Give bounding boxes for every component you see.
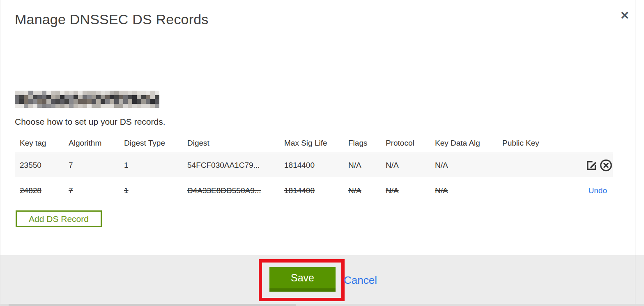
cell-max-sig-life: 1814400 xyxy=(284,161,315,170)
redacted-pixel xyxy=(46,104,51,108)
redacted-pixel xyxy=(60,91,64,95)
redacted-pixel xyxy=(114,95,119,100)
delete-icon[interactable] xyxy=(599,158,613,172)
redacted-domain-name xyxy=(15,91,159,108)
redacted-pixel xyxy=(150,91,155,95)
page-title: Manage DNSSEC DS Records xyxy=(15,11,209,27)
redacted-pixel xyxy=(64,91,69,95)
redacted-pixel xyxy=(28,95,33,100)
redacted-pixel xyxy=(51,99,55,104)
redacted-pixel xyxy=(78,95,83,100)
redacted-pixel xyxy=(137,104,141,108)
redacted-pixel xyxy=(83,104,87,108)
redacted-pixel xyxy=(42,104,46,108)
cell-protocol: N/A xyxy=(386,161,399,170)
redacted-pixel xyxy=(119,99,123,104)
redacted-pixel xyxy=(28,91,33,95)
redacted-pixel xyxy=(69,95,74,100)
redacted-pixel xyxy=(19,95,24,100)
redacted-pixel xyxy=(78,99,83,104)
redacted-pixel xyxy=(128,95,132,100)
redacted-pixel xyxy=(150,99,155,104)
page-behind-sliver-dark xyxy=(9,304,296,306)
cell-key-data-alg: N/A xyxy=(435,161,448,170)
redacted-pixel xyxy=(110,95,114,100)
redacted-pixel xyxy=(55,104,60,108)
redacted-pixel xyxy=(78,91,83,95)
redacted-pixel xyxy=(92,91,96,95)
row-actions xyxy=(585,158,613,172)
header-max-sig-life: Max Sig Life xyxy=(284,139,327,148)
redacted-pixel xyxy=(105,95,110,100)
redacted-pixel xyxy=(155,95,159,100)
header-protocol: Protocol xyxy=(386,139,414,148)
redacted-pixel xyxy=(87,104,92,108)
redacted-pixel xyxy=(96,99,101,104)
manage-dnssec-dialog: Manage DNSSEC DS Records ✕ Choose how to… xyxy=(0,0,644,306)
redacted-pixel xyxy=(141,91,146,95)
edit-icon[interactable] xyxy=(585,158,598,172)
redacted-pixel xyxy=(15,104,19,108)
redacted-pixel xyxy=(55,91,60,95)
redacted-pixel xyxy=(19,99,24,104)
redacted-pixel xyxy=(55,95,60,100)
cell-flags: N/A xyxy=(348,186,361,195)
redacted-pixel xyxy=(51,104,55,108)
redacted-pixel xyxy=(123,99,128,104)
redacted-pixel xyxy=(114,99,119,104)
undo-link[interactable]: Undo xyxy=(589,186,607,195)
redacted-pixel xyxy=(137,91,141,95)
redacted-pixel xyxy=(146,104,150,108)
cancel-link[interactable]: Cancel xyxy=(344,274,377,287)
redacted-pixel xyxy=(105,91,110,95)
redacted-pixel xyxy=(74,95,78,100)
save-button[interactable]: Save xyxy=(269,267,336,292)
redacted-pixel xyxy=(37,95,42,100)
redacted-pixel xyxy=(119,104,123,108)
add-ds-record-button[interactable]: Add DS Record xyxy=(16,210,102,227)
redacted-pixel xyxy=(28,104,33,108)
redacted-pixel xyxy=(132,99,137,104)
header-key-data-alg: Key Data Alg xyxy=(435,139,480,148)
cell-flags: N/A xyxy=(348,161,361,170)
header-flags: Flags xyxy=(348,139,367,148)
redacted-pixel xyxy=(96,104,101,108)
redacted-pixel xyxy=(155,91,159,95)
panel-right-edge xyxy=(635,0,635,306)
close-icon[interactable]: ✕ xyxy=(616,7,633,24)
redacted-pixel xyxy=(69,91,74,95)
redacted-pixel xyxy=(42,91,46,95)
redacted-pixel xyxy=(24,95,28,100)
redacted-pixel xyxy=(24,91,28,95)
redacted-pixel xyxy=(101,104,105,108)
redacted-pixel xyxy=(87,91,92,95)
redacted-pixel xyxy=(123,104,128,108)
redacted-pixel xyxy=(46,99,51,104)
cell-digest-type: 1 xyxy=(124,161,129,170)
redacted-pixel xyxy=(119,95,123,100)
ds-records-table: Key tag Algorithm Digest Type Digest Max… xyxy=(15,134,613,204)
redacted-pixel xyxy=(101,99,105,104)
redacted-pixel xyxy=(92,95,96,100)
redacted-pixel xyxy=(83,91,87,95)
redacted-pixel xyxy=(24,99,28,104)
redacted-pixel xyxy=(146,99,150,104)
redacted-pixel xyxy=(87,95,92,100)
cell-digest-type: 1 xyxy=(124,186,129,195)
redacted-pixel xyxy=(137,95,141,100)
redacted-pixel xyxy=(123,95,128,100)
redacted-pixel xyxy=(150,95,155,100)
redacted-pixel xyxy=(33,95,37,100)
redacted-pixel xyxy=(83,95,87,100)
redacted-pixel xyxy=(37,104,42,108)
redacted-pixel xyxy=(15,95,19,100)
redacted-pixel xyxy=(128,104,132,108)
redacted-pixel xyxy=(123,91,128,95)
redacted-pixel xyxy=(33,104,37,108)
redacted-pixel xyxy=(105,99,110,104)
cell-digest: D4A33E8DD550A9... xyxy=(187,186,261,195)
redacted-pixel xyxy=(110,91,114,95)
redacted-pixel xyxy=(119,91,123,95)
table-row-deleted: 24828 7 1 D4A33E8DD550A9... 1814400 N/A … xyxy=(15,177,613,204)
cell-key-data-alg: N/A xyxy=(435,186,448,195)
